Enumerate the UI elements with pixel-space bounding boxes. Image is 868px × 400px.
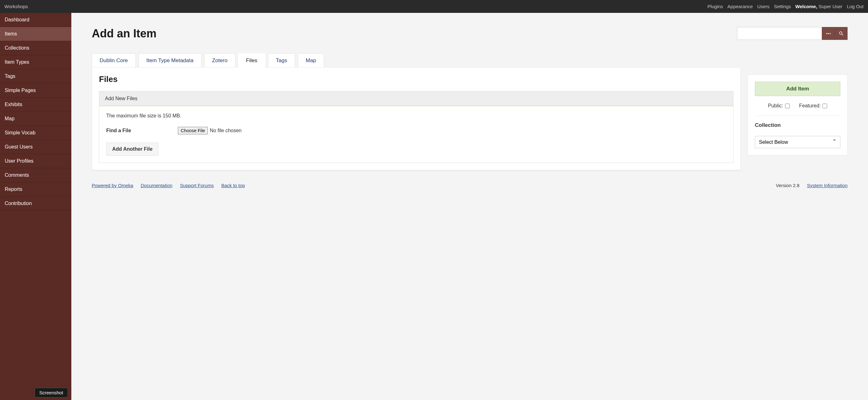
- welcome-label: Welcome,: [796, 4, 817, 9]
- add-another-file-button[interactable]: Add Another File: [106, 142, 158, 156]
- tab-files[interactable]: Files: [238, 54, 265, 67]
- sidebar-item-items[interactable]: Items: [0, 27, 71, 41]
- toplink-users[interactable]: Users: [757, 4, 769, 9]
- sidebar-item-comments[interactable]: Comments: [0, 168, 71, 182]
- toplink-plugins[interactable]: Plugins: [707, 4, 723, 9]
- find-file-label: Find a File: [106, 128, 178, 133]
- featured-label-text: Featured:: [799, 103, 820, 109]
- footer-link-backtotop[interactable]: Back to top: [221, 183, 245, 188]
- page-title: Add an Item: [92, 27, 737, 40]
- side-panel: Add Item Public: Featured: Collection Se…: [748, 74, 847, 156]
- max-size-note: The maximum file size is 150 MB.: [106, 113, 726, 119]
- file-input[interactable]: Choose File No file chosen: [178, 127, 242, 134]
- files-panel: Files Add New Files The maximum file siz…: [92, 67, 741, 170]
- sidebar: DashboardItemsCollectionsItem TypesTagsS…: [0, 13, 71, 400]
- add-files-box: Add New Files The maximum file size is 1…: [99, 91, 734, 163]
- add-files-box-title: Add New Files: [99, 91, 733, 106]
- public-checkbox[interactable]: [785, 104, 790, 108]
- svg-point-2: [829, 33, 830, 34]
- add-item-button[interactable]: Add Item: [755, 81, 840, 96]
- topbar-links: Plugins Appearance Users Settings Welcom…: [707, 4, 864, 9]
- ellipsis-icon: [826, 31, 831, 36]
- tab-zotero[interactable]: Zotero: [204, 54, 236, 67]
- svg-point-1: [828, 33, 829, 34]
- footer-link-support[interactable]: Support Forums: [180, 183, 214, 188]
- choose-file-button[interactable]: Choose File: [178, 127, 208, 134]
- sidebar-item-user-profiles[interactable]: User Profiles: [0, 154, 71, 168]
- public-checkbox-label[interactable]: Public:: [768, 103, 790, 109]
- public-label-text: Public:: [768, 103, 783, 109]
- sidebar-item-tags[interactable]: Tags: [0, 69, 71, 84]
- footer: Powered by Omeka Documentation Support F…: [92, 170, 847, 188]
- brand-link[interactable]: Workshops: [4, 4, 28, 9]
- welcome-username: Super User: [819, 4, 842, 9]
- tabs: Dublin CoreItem Type MetadataZoteroFiles…: [92, 54, 847, 67]
- sidebar-item-guest-users[interactable]: Guest Users: [0, 140, 71, 154]
- sidebar-item-simple-pages[interactable]: Simple Pages: [0, 84, 71, 98]
- system-information-link[interactable]: System Information: [807, 183, 847, 188]
- collection-label: Collection: [755, 122, 840, 128]
- footer-link-documentation[interactable]: Documentation: [141, 183, 173, 188]
- toplink-settings[interactable]: Settings: [774, 4, 791, 9]
- sidebar-item-collections[interactable]: Collections: [0, 41, 71, 55]
- tab-item-type-metadata[interactable]: Item Type Metadata: [138, 54, 202, 67]
- version-text: Version 2.8: [776, 183, 800, 188]
- sidebar-item-reports[interactable]: Reports: [0, 182, 71, 197]
- toplink-appearance[interactable]: Appearance: [727, 4, 753, 9]
- sidebar-item-map[interactable]: Map: [0, 112, 71, 126]
- tab-tags[interactable]: Tags: [268, 54, 295, 67]
- collection-select[interactable]: Select Below: [755, 136, 840, 148]
- logout-link[interactable]: Log Out: [847, 4, 864, 9]
- tab-map[interactable]: Map: [298, 54, 324, 67]
- sidebar-item-simple-vocab[interactable]: Simple Vocab: [0, 126, 71, 140]
- sidebar-item-exhibits[interactable]: Exhibits: [0, 98, 71, 112]
- tab-dublin-core[interactable]: Dublin Core: [92, 54, 136, 67]
- welcome-user-link[interactable]: Welcome, Super User: [796, 4, 842, 9]
- featured-checkbox[interactable]: [823, 104, 827, 108]
- screenshot-button[interactable]: Screenshot: [35, 388, 68, 398]
- panel-heading: Files: [99, 74, 734, 84]
- no-file-text: No file chosen: [210, 128, 241, 133]
- footer-link-powered[interactable]: Powered by Omeka: [92, 183, 133, 188]
- advanced-search-button[interactable]: [822, 27, 835, 40]
- search-button[interactable]: [835, 27, 847, 40]
- sidebar-item-contribution[interactable]: Contribution: [0, 197, 71, 211]
- sidebar-item-dashboard[interactable]: Dashboard: [0, 13, 71, 27]
- svg-point-0: [826, 33, 827, 34]
- topbar: Workshops Plugins Appearance Users Setti…: [0, 0, 868, 13]
- search-icon: [838, 31, 844, 36]
- sidebar-item-item-types[interactable]: Item Types: [0, 55, 71, 69]
- search-input[interactable]: [737, 27, 822, 40]
- search-group: [737, 27, 847, 40]
- featured-checkbox-label[interactable]: Featured:: [799, 103, 827, 109]
